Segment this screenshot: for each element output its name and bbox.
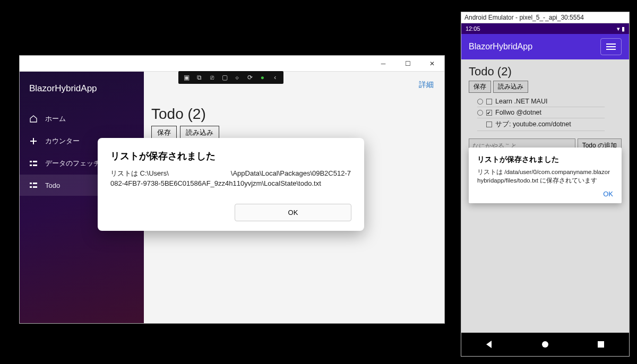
- hamburger-button[interactable]: [600, 38, 622, 55]
- status-clock: 12:05: [466, 25, 480, 32]
- svg-rect-6: [30, 186, 32, 188]
- dialog-ok-button[interactable]: OK: [235, 204, 351, 221]
- devtool-collapse-icon[interactable]: ‹: [270, 73, 280, 82]
- sidebar-item-home[interactable]: ホーム: [20, 108, 144, 130]
- devtool-box-icon[interactable]: ▢: [220, 73, 229, 82]
- close-button[interactable]: ✕: [420, 56, 444, 72]
- sidebar-item-label: Todo: [45, 181, 60, 189]
- recents-button[interactable]: [596, 340, 606, 349]
- minimize-button[interactable]: ─: [371, 56, 395, 72]
- svg-rect-9: [598, 341, 604, 348]
- home-icon: [29, 115, 38, 123]
- svg-point-8: [542, 341, 548, 348]
- devtool-inspect-icon[interactable]: ▣: [182, 73, 192, 82]
- android-nav-bar: [461, 333, 629, 356]
- svg-rect-1: [33, 161, 37, 162]
- devtool-refresh-icon[interactable]: ⟳: [245, 73, 255, 82]
- windows-save-dialog: リストが保存されました リストは C:\Users\ \AppData\Loca…: [98, 138, 364, 231]
- dialog-title: リストが保存されました: [110, 150, 351, 162]
- dialog-ok-button[interactable]: OK: [477, 190, 613, 198]
- dialog-title: リストが保存されました: [477, 155, 613, 164]
- dialog-body: リストは /data/user/0/com.companyname.blazor…: [477, 168, 613, 185]
- sidebar-item-label: カウンター: [45, 136, 80, 146]
- devtool-check-icon[interactable]: ●: [257, 73, 267, 82]
- page-title: Todo (2): [151, 106, 437, 123]
- sidebar-item-label: データのフェッチ: [45, 159, 100, 168]
- android-app-header: BlazorHybridApp: [461, 34, 629, 59]
- svg-rect-4: [30, 183, 32, 184]
- status-icons: ▾ ▮: [617, 25, 625, 32]
- window-titlebar: ─ ☐ ✕: [20, 56, 444, 72]
- list-icon: [29, 159, 38, 168]
- home-button[interactable]: [540, 340, 550, 349]
- devtool-ruler-icon[interactable]: ⟐: [233, 73, 242, 82]
- dev-toolbar: ▣ ⧉ ⎚ ▢ ⟐ ⟳ ● ‹: [178, 71, 283, 84]
- svg-rect-7: [33, 186, 37, 188]
- devtool-screen-icon[interactable]: ⧉: [195, 73, 204, 82]
- sidebar-item-label: ホーム: [45, 114, 66, 124]
- list-icon: [29, 181, 38, 189]
- detail-link[interactable]: 詳細: [419, 80, 434, 90]
- dialog-body: リストは C:\Users\ \AppData\Local\Packages\0…: [110, 169, 351, 189]
- app-brand: BlazorHybridApp: [20, 76, 144, 108]
- back-button[interactable]: [485, 340, 494, 349]
- android-status-bar: 12:05 ▾ ▮: [461, 23, 629, 34]
- app-brand: BlazorHybridApp: [469, 42, 532, 51]
- svg-rect-3: [33, 164, 37, 166]
- svg-rect-2: [30, 164, 32, 166]
- devtool-device-icon[interactable]: ⎚: [207, 73, 217, 82]
- svg-rect-5: [33, 183, 37, 184]
- maximize-button[interactable]: ☐: [395, 56, 420, 72]
- plus-icon: [29, 137, 38, 145]
- android-content: Todo (2) 保存 読み込み Learn .NET MAUI Follwo …: [461, 59, 629, 333]
- emulator-title: Android Emulator - pixel_5_-_api_30:5554: [461, 12, 629, 23]
- android-emulator-window: Android Emulator - pixel_5_-_api_30:5554…: [461, 12, 630, 357]
- svg-rect-0: [30, 161, 32, 162]
- android-save-dialog: リストが保存されました リストは /data/user/0/com.compan…: [469, 148, 622, 203]
